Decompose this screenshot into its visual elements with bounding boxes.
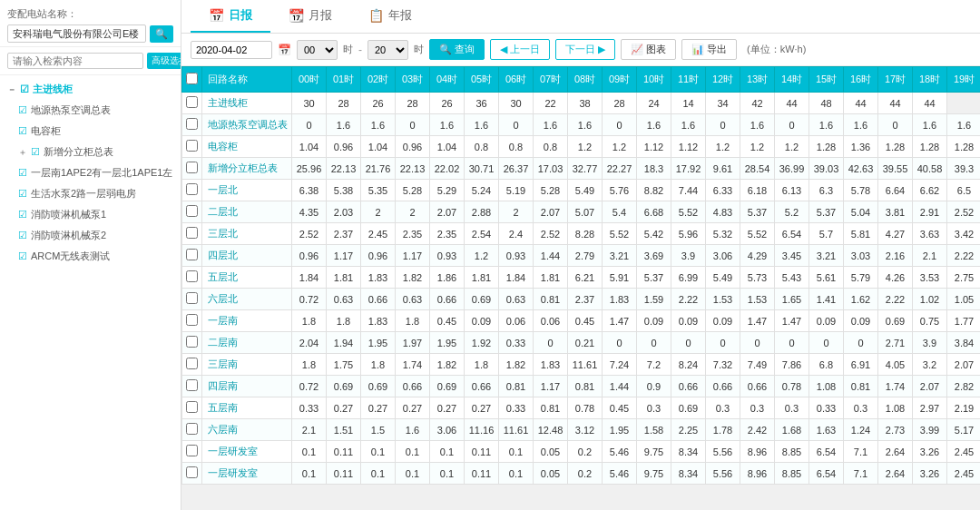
row-cell: 0.21 [568,332,603,354]
row-name[interactable]: 六层北 [202,289,292,310]
row-checkbox[interactable] [186,423,198,435]
row-cell: 6.33 [706,180,740,201]
row-name[interactable]: 六层南 [202,419,292,441]
row-checkbox[interactable] [186,183,198,195]
row-cell: 1.04 [361,136,396,158]
row-cell: 4.29 [740,245,775,267]
row-checkbox[interactable] [186,162,198,173]
row-name[interactable]: 三层北 [202,223,292,245]
row-cell: 1.83 [361,310,396,332]
row-name[interactable]: 四层北 [202,245,292,267]
row-name[interactable]: 主进线柜 [202,93,292,114]
tree-item-ape[interactable]: ☑ 一层南1APE2有一层北1APE1左 [0,162,181,183]
row-cell: 2.37 [327,223,361,245]
table-row: 二层南2.041.941.951.971.951.920.3300.210000… [182,332,981,354]
row-cell: 2.16 [878,245,913,267]
row-name[interactable]: 一层研发室 [202,441,292,463]
row-cell: 1.47 [775,310,809,332]
tree-label: 生活水泵2路一层弱电房 [31,187,136,201]
row-name[interactable]: 四层南 [202,376,292,397]
station-search-button[interactable]: 🔍 [150,25,173,43]
tab-daily[interactable]: 📅 日报 [191,0,270,33]
row-cell: 3.69 [637,245,671,267]
row-checkbox[interactable] [186,445,198,456]
row-checkbox[interactable] [186,96,198,108]
hour-end-select[interactable]: 20212223 [368,40,408,60]
filter-input[interactable] [7,53,143,69]
tree-item-fire-pump2[interactable]: ☑ 消防喷淋机械泵2 [0,225,181,246]
row-cell: 2.52 [534,223,568,245]
row-name[interactable]: 一层北 [202,180,292,201]
row-cell: 0 [499,114,534,136]
chart-button[interactable]: 📈 图表 [621,39,676,60]
row-cell: 2.1 [292,419,327,441]
calendar-icon[interactable]: 📅 [278,44,291,56]
row-cell: 5.49 [706,267,740,289]
row-cell: 0.33 [809,397,844,419]
row-cell: 11.16 [465,419,499,441]
row-cell: 1.81 [534,267,568,289]
row-checkbox[interactable] [186,140,198,152]
row-name[interactable]: 电容柜 [202,136,292,158]
tab-yearly[interactable]: 📋 年报 [350,0,430,33]
row-checkbox[interactable] [186,314,198,326]
row-name[interactable]: 三层南 [202,354,292,376]
row-cell: 34 [706,93,740,114]
hour-start-select[interactable]: 000102 [297,40,338,60]
row-cell: 1.6 [430,114,465,136]
row-name[interactable]: 一层研发室 [202,463,292,485]
tree-item-new-sub[interactable]: ＋ ☑ 新增分立柜总表 [0,142,181,162]
export-button[interactable]: 📊 导出 [681,39,737,60]
row-name[interactable]: 五层南 [202,397,292,419]
row-cell: 5.24 [465,180,499,201]
row-checkbox[interactable] [186,466,198,478]
query-button[interactable]: 🔍 查询 [429,39,485,60]
row-cell: 0.09 [706,310,740,332]
next-day-button[interactable]: 下一日 ▶ [555,39,615,60]
table-row: 电容柜1.040.961.040.961.040.80.80.81.21.21.… [182,136,981,158]
tree-item-fire-pump1[interactable]: ☑ 消防喷淋机械泵1 [0,204,181,225]
row-name[interactable]: 地源热泵空调总表 [202,114,292,136]
row-cell: 1.94 [327,332,361,354]
row-checkbox[interactable] [186,249,198,260]
row-checkbox[interactable] [186,270,198,282]
tree-item-capacitor[interactable]: ☑ 电容柜 [0,121,181,142]
row-checkbox[interactable] [186,205,198,217]
row-cell: 3.9 [913,332,947,354]
station-input[interactable] [7,25,146,43]
row-cell: 0.69 [361,376,396,397]
row-cell: 5.96 [671,223,706,245]
tree-item-ground-ac[interactable]: ☑ 地源热泵空调总表 [0,100,181,121]
row-cell: 0 [603,332,637,354]
row-name[interactable]: 新增分立柜总表 [202,158,292,180]
row-cell: 0.8 [499,136,534,158]
row-checkbox[interactable] [186,118,198,130]
row-name[interactable]: 二层北 [202,201,292,223]
row-cell: 2.82 [947,376,981,397]
date-input[interactable] [191,41,272,59]
row-checkbox[interactable] [186,336,198,348]
prev-day-button[interactable]: ◀ 上一日 [490,39,550,60]
tree-item-main-bus[interactable]: － ☑ 主进线柜 [0,79,181,100]
row-checkbox[interactable] [186,358,198,369]
row-cell: 1.95 [361,332,396,354]
row-checkbox[interactable] [186,379,198,391]
row-cell: 5.52 [603,223,637,245]
row-cell: 5.91 [603,267,637,289]
row-checkbox[interactable] [186,292,198,304]
advanced-select-button[interactable]: 高级选择 [147,53,181,69]
row-checkbox[interactable] [186,401,198,413]
row-name[interactable]: 二层南 [202,332,292,354]
th-name: 回路名称 [202,67,292,93]
row-cell: 0 [844,332,878,354]
select-all-checkbox[interactable] [186,73,198,84]
row-checkbox[interactable] [186,227,198,239]
row-cell: 30 [499,93,534,114]
row-cell: 3.53 [913,267,947,289]
row-cell: 2 [361,201,396,223]
tree-item-water-pump[interactable]: ☑ 生活水泵2路一层弱电房 [0,183,181,204]
tree-item-arcm[interactable]: ☑ ARCM无线表测试 [0,246,181,267]
tab-monthly[interactable]: 📆 月报 [270,0,350,33]
row-name[interactable]: 一层南 [202,310,292,332]
row-name[interactable]: 五层北 [202,267,292,289]
